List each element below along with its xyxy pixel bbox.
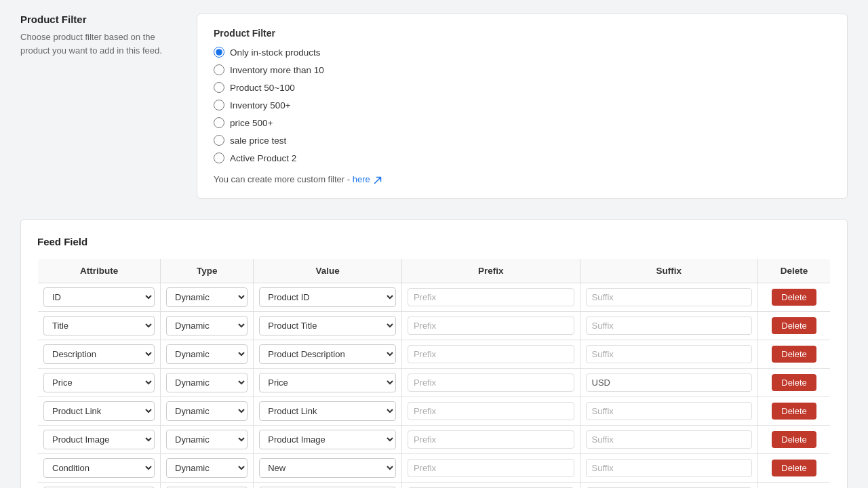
value-select-0[interactable]: Product ID	[259, 287, 396, 307]
delete-button-3[interactable]: Delete	[772, 374, 816, 391]
radio-input-0[interactable]	[214, 47, 224, 58]
radio-item-0[interactable]: Only in-stock products	[214, 47, 831, 58]
th-prefix: Prefix	[401, 259, 580, 283]
feed-field-title: Feed Field	[37, 236, 831, 247]
delete-button-5[interactable]: Delete	[772, 431, 816, 448]
external-link-icon	[374, 176, 382, 184]
attribute-select-6[interactable]: Condition	[43, 458, 155, 478]
radio-item-3[interactable]: Inventory 500+	[214, 100, 831, 110]
delete-button-0[interactable]: Delete	[772, 289, 816, 306]
product-filter-section: Product Filter Choose product filter bas…	[14, 14, 854, 199]
value-select-1[interactable]: Product Title	[259, 316, 396, 336]
table-row: PriceDynamicPriceDelete	[38, 369, 831, 397]
attribute-select-3[interactable]: Price	[43, 373, 155, 392]
th-delete: Delete	[758, 259, 831, 283]
table-row: ConditionDynamicNewDelete	[38, 454, 831, 483]
suffix-input-5[interactable]	[586, 430, 753, 449]
feed-table: Attribute Type Value Prefix Suffix Delet…	[37, 258, 831, 488]
prefix-input-1[interactable]	[408, 317, 574, 335]
radio-label-0: Only in-stock products	[230, 47, 321, 58]
radio-item-1[interactable]: Inventory more than 10	[214, 64, 831, 75]
suffix-input-3[interactable]	[586, 373, 753, 392]
prefix-input-4[interactable]	[408, 402, 574, 420]
attribute-select-5[interactable]: Product Image	[43, 430, 155, 449]
suffix-input-6[interactable]	[586, 459, 753, 477]
value-select-2[interactable]: Product Description	[259, 344, 396, 364]
radio-input-3[interactable]	[214, 100, 224, 110]
radio-label-1: Inventory more than 10	[230, 65, 324, 75]
type-select-6[interactable]: Dynamic	[166, 458, 248, 478]
radio-item-5[interactable]: sale price test	[214, 135, 831, 146]
value-select-5[interactable]: Product Image	[259, 430, 396, 449]
value-select-6[interactable]: New	[259, 458, 396, 478]
prefix-input-0[interactable]	[408, 288, 574, 306]
type-select-3[interactable]: Dynamic	[166, 373, 248, 392]
page-wrapper: Product Filter Choose product filter bas…	[14, 14, 854, 488]
radio-group: Only in-stock productsInventory more tha…	[214, 47, 831, 163]
prefix-input-6[interactable]	[408, 459, 574, 477]
suffix-input-1[interactable]	[586, 317, 753, 335]
radio-label-6: Active Product 2	[230, 153, 296, 163]
type-select-2[interactable]: Dynamic	[166, 344, 248, 364]
prefix-input-2[interactable]	[408, 345, 574, 363]
suffix-input-4[interactable]	[586, 402, 753, 420]
radio-item-2[interactable]: Product 50~100	[214, 82, 831, 93]
attribute-select-1[interactable]: Title	[43, 316, 155, 336]
attribute-select-2[interactable]: Description	[43, 344, 155, 364]
type-select-1[interactable]: Dynamic	[166, 316, 248, 336]
filter-right: Product Filter Only in-stock productsInv…	[197, 14, 848, 199]
table-row: DescriptionDynamicProduct DescriptionDel…	[38, 340, 831, 369]
radio-label-2: Product 50~100	[230, 83, 295, 93]
th-suffix: Suffix	[580, 259, 758, 283]
type-select-5[interactable]: Dynamic	[166, 430, 248, 449]
delete-button-2[interactable]: Delete	[772, 346, 816, 363]
filter-right-title: Product Filter	[214, 28, 831, 39]
radio-input-1[interactable]	[214, 64, 224, 75]
th-type: Type	[161, 259, 254, 283]
table-row: Product ImageDynamicProduct ImageDelete	[38, 426, 831, 454]
filter-left: Product Filter Choose product filter bas…	[20, 14, 170, 199]
type-select-0[interactable]: Dynamic	[166, 287, 248, 307]
filter-left-description: Choose product filter based on the produ…	[20, 30, 170, 57]
th-value: Value	[254, 259, 402, 283]
radio-label-4: price 500+	[230, 118, 273, 128]
table-row: IDDynamicProduct IDDelete	[38, 283, 831, 312]
radio-label-5: sale price test	[230, 136, 286, 146]
radio-input-4[interactable]	[214, 117, 224, 128]
custom-filter-text: You can create more custom filter - here	[214, 174, 831, 184]
prefix-input-5[interactable]	[408, 430, 574, 449]
th-attribute: Attribute	[38, 259, 161, 283]
radio-input-2[interactable]	[214, 82, 224, 93]
type-select-4[interactable]: Dynamic	[166, 401, 248, 421]
delete-button-1[interactable]: Delete	[772, 317, 816, 334]
radio-input-5[interactable]	[214, 135, 224, 146]
table-row: Product LinkDynamicProduct LinkDelete	[38, 397, 831, 426]
prefix-input-3[interactable]	[408, 373, 574, 392]
delete-button-6[interactable]: Delete	[772, 460, 816, 476]
delete-button-4[interactable]: Delete	[772, 403, 816, 420]
value-select-4[interactable]: Product Link	[259, 401, 396, 421]
attribute-select-4[interactable]: Product Link	[43, 401, 155, 421]
attribute-select-0[interactable]: ID	[43, 287, 155, 307]
radio-label-3: Inventory 500+	[230, 100, 291, 110]
radio-input-6[interactable]	[214, 152, 224, 163]
radio-item-4[interactable]: price 500+	[214, 117, 831, 128]
radio-item-6[interactable]: Active Product 2	[214, 152, 831, 163]
value-select-3[interactable]: Price	[259, 373, 396, 392]
feed-field-section: Feed Field Attribute Type Value Prefix S…	[20, 219, 848, 488]
filter-left-title: Product Filter	[20, 14, 170, 25]
table-row: TitleDynamicProduct TitleDelete	[38, 312, 831, 340]
table-row: AvailabilityDynamicAvailabilityDelete	[38, 483, 831, 489]
suffix-input-0[interactable]	[586, 288, 753, 306]
custom-filter-link[interactable]: here	[353, 174, 382, 184]
suffix-input-2[interactable]	[586, 345, 753, 363]
